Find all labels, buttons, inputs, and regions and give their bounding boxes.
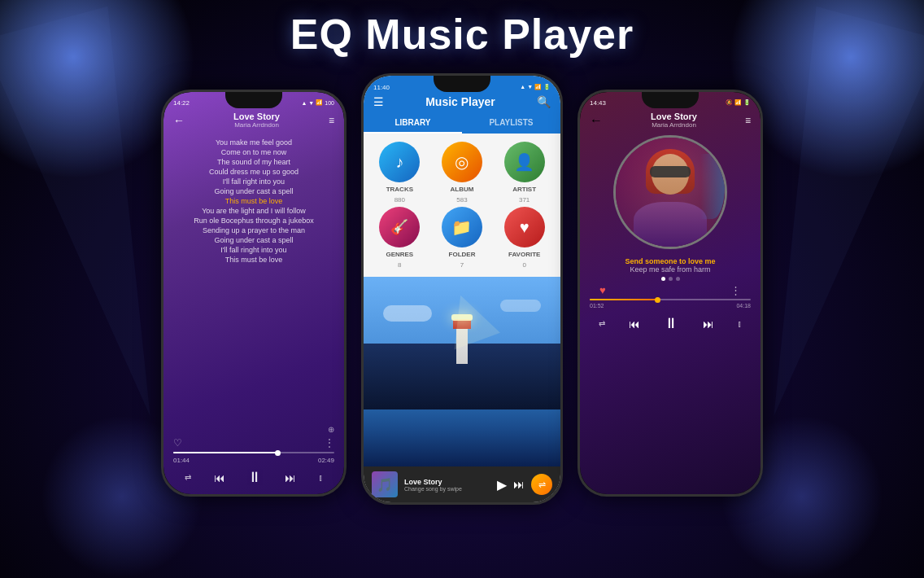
time-current-right: 01:52 <box>590 303 604 309</box>
app-title: EQ Music Player <box>0 10 924 59</box>
song-artist-right: Maria Arrdndon <box>651 121 697 129</box>
album-count: 583 <box>456 196 467 204</box>
lyrics-area: You make me feel good Come on to me now … <box>163 132 344 420</box>
library-item-folder[interactable]: 📁 FOLDER 7 <box>433 207 492 269</box>
lyric-12: I'll fall ringht into you <box>220 246 286 254</box>
tab-library[interactable]: LIBRARY <box>364 113 462 134</box>
genres-icon: 🎸 <box>379 207 420 247</box>
next-button-right[interactable]: ⏭ <box>703 317 714 331</box>
lyric-8: You are the light and I will follow <box>202 207 306 215</box>
zoom-icon: ⊕ <box>173 425 334 434</box>
right-progress-section: ♥ ⋮ 01:52 04:18 <box>580 274 761 315</box>
song-info-right: Love Story Maria Arrdndon <box>651 112 697 129</box>
status-icons-left: ▲ ▼ 📶 100 <box>302 99 335 106</box>
progress-dot-left <box>275 450 281 456</box>
lyric-11: Going under cast a spell <box>214 236 293 244</box>
notch-right <box>642 92 699 108</box>
back-button-right[interactable]: ← <box>590 113 603 128</box>
left-screen: 14:22 ▲ ▼ 📶 100 ← Love Story Maria Arrdn… <box>163 92 344 494</box>
right-header: ← Love Story Maria Arrdndon ≡ <box>580 110 761 132</box>
right-lyrics: Send someone to love me Keep me safe fro… <box>580 252 761 274</box>
time-total-left: 02:49 <box>318 457 334 464</box>
dot-active <box>661 277 665 281</box>
time-current-left: 01:44 <box>173 457 190 464</box>
prev-button-right[interactable]: ⏮ <box>629 317 640 331</box>
right-screen: 14:43 🔕 📶 🔋 ← Love Story Maria Arrdndon … <box>580 92 761 494</box>
status-time-center: 11:40 <box>373 84 390 91</box>
pause-button-left[interactable]: ⏸ <box>247 469 262 486</box>
lyric-5: I'll fall right into you <box>223 177 285 186</box>
lyric-2: Come on to me now <box>221 148 287 156</box>
favorite-label: FAVORITE <box>508 251 540 258</box>
library-item-favorite[interactable]: ♥ FAVORITE 0 <box>495 207 554 269</box>
more-icon-right[interactable]: ⋮ <box>730 284 741 296</box>
next-button-left[interactable]: ⏭ <box>285 471 296 484</box>
eq-icon-right[interactable]: ⫿ <box>738 319 742 328</box>
cloud-1 <box>383 305 432 322</box>
tracks-count: 880 <box>394 196 405 204</box>
now-playing-sub: Change song by swipe <box>404 486 490 492</box>
next-btn-center[interactable]: ⏭ <box>513 478 525 491</box>
phone-left: 14:22 ▲ ▼ 📶 100 ← Love Story Maria Arrdn… <box>161 90 346 497</box>
library-item-album[interactable]: ◎ ALBUM 583 <box>433 142 492 204</box>
song-info-left: Love Story Maria Arrdndon <box>233 112 280 129</box>
lyric-3: The sound of my heart <box>217 158 290 166</box>
library-item-artist[interactable]: 👤 ARTIST 371 <box>495 142 554 204</box>
now-playing-title: Love Story <box>404 478 490 486</box>
now-playing-bar: 🎵 Love Story Change song by swipe ▶ ⏭ ⇌ <box>364 466 560 502</box>
menu-icon-center[interactable]: ☰ <box>373 95 384 108</box>
folder-icon: 📁 <box>442 207 482 247</box>
dot-3 <box>676 277 680 281</box>
left-controls: ⊕ ♡ ⋮ 01:44 02:49 ⇄ ⏮ ⏸ ⏭ <box>163 420 344 494</box>
library-item-tracks[interactable]: ♪ TRACKS 880 <box>370 142 429 204</box>
status-time-right: 14:43 <box>590 99 606 107</box>
heart-icon-left[interactable]: ♡ <box>173 437 182 449</box>
center-header-bg: ☰ Music Player 🔍 LIBRARY PLAYLISTS <box>364 94 560 134</box>
back-button-left[interactable]: ← <box>173 114 185 127</box>
album-icon: ◎ <box>442 142 482 182</box>
time-row-left: 01:44 02:49 <box>173 457 334 464</box>
tracks-icon: ♪ <box>379 142 420 182</box>
tab-playlists[interactable]: PLAYLISTS <box>462 113 560 134</box>
eq-icon-left[interactable]: ⫿ <box>319 473 323 482</box>
time-total-right: 04:18 <box>736 303 751 309</box>
left-header: ← Love Story Maria Arrdndon ≡ <box>163 110 344 132</box>
cloud-2 <box>500 300 541 312</box>
shuffle-button[interactable]: ⇌ <box>531 474 552 495</box>
lyric-13: This must be love <box>225 256 283 264</box>
phones-container: 14:22 ▲ ▼ 📶 100 ← Love Story Maria Arrdn… <box>0 73 924 505</box>
notch-left <box>225 92 282 108</box>
queue-button-right[interactable]: ≡ <box>745 115 751 126</box>
more-icon-left[interactable]: ⋮ <box>325 437 334 449</box>
status-time-left: 14:22 <box>173 99 190 107</box>
repeat-icon-left[interactable]: ⇄ <box>185 473 191 482</box>
heart-icon-right[interactable]: ♥ <box>599 284 606 296</box>
right-bottom-icons: ♥ ⋮ <box>590 284 751 296</box>
time-row-right: 01:52 04:18 <box>590 303 751 309</box>
queue-button-left[interactable]: ≡ <box>329 115 334 126</box>
progress-dot-right <box>655 297 660 303</box>
progress-fill-right <box>590 299 657 300</box>
right-controls: ⇄ ⏮ ⏸ ⏭ ⫿ <box>580 315 761 339</box>
prev-button-left[interactable]: ⏮ <box>214 471 225 484</box>
repeat-icon-right[interactable]: ⇄ <box>599 319 605 328</box>
girl-placeholder <box>616 138 725 247</box>
artist-icon: 👤 <box>504 142 545 182</box>
album-label: ALBUM <box>451 186 474 193</box>
artist-label: ARTIST <box>512 186 536 193</box>
progress-bar-right[interactable] <box>590 299 751 300</box>
song-title-left: Love Story <box>233 112 280 121</box>
app-name-center: Music Player <box>425 95 495 108</box>
player-controls-left: ⇄ ⏮ ⏸ ⏭ ⫿ <box>173 469 334 486</box>
status-icons-center: ▲ ▼ 📶 🔋 <box>520 84 551 90</box>
genres-count: 8 <box>398 261 401 269</box>
pause-button-right[interactable]: ⏸ <box>664 315 678 332</box>
album-art-right <box>613 135 727 249</box>
status-icons-right: 🔕 📶 🔋 <box>726 99 751 106</box>
lyric-4: Could dress me up so good <box>209 168 299 176</box>
search-button-center[interactable]: 🔍 <box>537 95 551 108</box>
folder-count: 7 <box>460 261 464 269</box>
play-btn-center[interactable]: ▶ <box>497 477 507 493</box>
progress-bar-left[interactable] <box>173 452 334 453</box>
library-item-genres[interactable]: 🎸 GENRES 8 <box>370 207 429 269</box>
